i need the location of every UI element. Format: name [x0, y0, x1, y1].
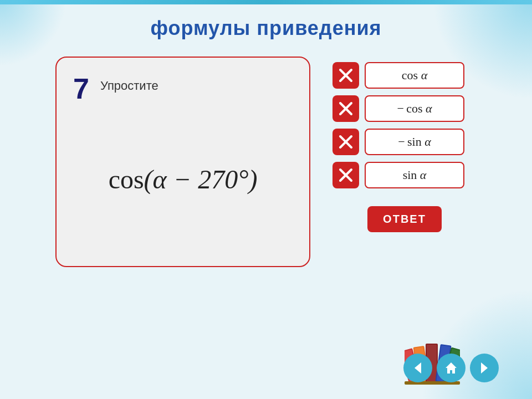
answer-row-2: − cos α	[332, 95, 477, 122]
answer-x-btn-3[interactable]	[332, 129, 359, 155]
question-card: 7 Упростите cos(α − 270°)	[55, 57, 310, 267]
page-title: формулы приведения	[150, 17, 381, 40]
nav-home-button[interactable]	[437, 354, 466, 382]
x-icon-2	[338, 101, 354, 116]
answer-x-btn-4[interactable]	[332, 162, 359, 188]
answer-row-3: − sin α	[332, 129, 477, 155]
x-icon-3	[338, 134, 354, 150]
svg-marker-20	[446, 362, 457, 374]
answer-option-2[interactable]: − cos α	[365, 95, 464, 122]
x-icon-1	[338, 68, 354, 83]
svg-marker-21	[481, 362, 488, 374]
x-icon-4	[338, 167, 354, 183]
answer-row-1: cos α	[332, 62, 477, 89]
nav-forward-button[interactable]	[470, 354, 499, 382]
answer-x-btn-2[interactable]	[332, 95, 359, 122]
answer-x-btn-1[interactable]	[332, 62, 359, 89]
question-label: Упростите	[100, 74, 158, 93]
forward-icon	[477, 360, 492, 376]
back-icon	[410, 360, 426, 376]
answer-option-4[interactable]: sin α	[365, 162, 464, 188]
answer-option-3[interactable]: − sin α	[365, 129, 464, 155]
question-number: 7	[73, 74, 89, 103]
home-icon	[443, 360, 459, 376]
answer-button[interactable]: ОТВЕТ	[367, 206, 442, 232]
answers-panel: cos α − cos α	[332, 57, 477, 232]
nav-buttons	[403, 354, 499, 382]
answer-row-4: sin α	[332, 162, 477, 188]
answer-option-1[interactable]: cos α	[365, 62, 464, 89]
svg-marker-19	[415, 362, 421, 374]
formula-display: cos(α − 270°)	[73, 114, 293, 244]
formula-text: cos(α − 270°)	[109, 164, 258, 195]
nav-back-button[interactable]	[403, 354, 432, 382]
